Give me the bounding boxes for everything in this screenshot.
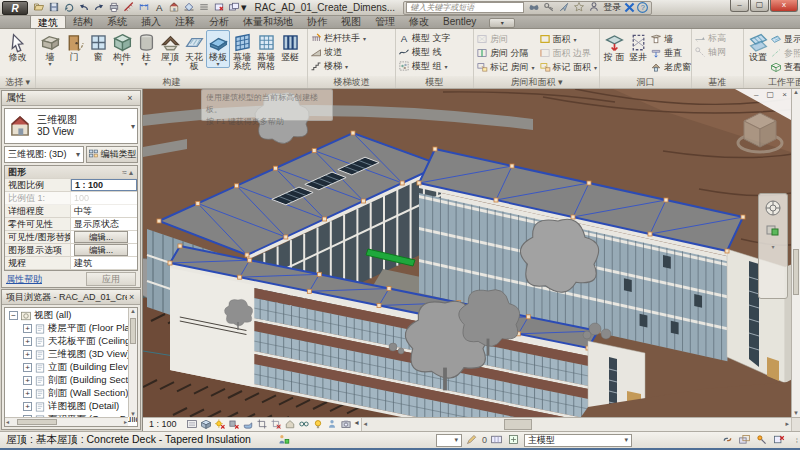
ribbon-button[interactable]: 竖梃 ▾ <box>278 30 302 63</box>
ribbon-tab[interactable]: 建筑 <box>30 15 66 28</box>
tree-item[interactable]: + 天花板平面 (Ceiling Plan) <box>7 335 137 348</box>
tree-item[interactable]: + 立面 (Building Elevation) <box>7 361 137 374</box>
pan-icon[interactable] <box>765 222 781 238</box>
shape-edit-point[interactable] <box>377 304 381 308</box>
qat-customize-icon[interactable]: ▾ <box>241 1 247 14</box>
view-control-icon[interactable] <box>297 418 311 431</box>
ribbon-tab[interactable]: 协作 <box>300 15 334 28</box>
shape-edit-point[interactable] <box>307 289 311 293</box>
ribbon-tab[interactable]: 视图 <box>334 15 368 28</box>
shape-edit-point[interactable] <box>157 219 161 223</box>
ribbon-tab[interactable]: 分析 <box>202 15 236 28</box>
ribbon-tab[interactable]: 修改 <box>402 15 436 28</box>
tree-item[interactable]: + 剖面 (Building Section) <box>7 374 137 387</box>
qat-icon[interactable] <box>182 1 196 14</box>
ribbon-button[interactable]: 参照 平面 <box>770 46 800 60</box>
panel-select-label[interactable]: 选择 ▾ <box>0 76 35 88</box>
ribbon-tab[interactable]: Bentley <box>436 15 483 28</box>
help-icon[interactable]: ? <box>636 1 649 14</box>
shape-edit-point[interactable] <box>235 184 239 188</box>
properties-help-link[interactable]: 属性帮助 <box>6 273 42 286</box>
ribbon-tab[interactable]: 系统 <box>100 15 134 28</box>
ribbon-button[interactable]: 楼板 ▾ <box>206 30 230 68</box>
type-selector[interactable]: 三维视图 3D View ▾ <box>4 108 138 144</box>
view-control-icon[interactable] <box>311 418 325 431</box>
ribbon-button[interactable]: 老虎窗 <box>650 60 691 74</box>
shape-edit-point[interactable] <box>168 261 172 265</box>
browser-vertical-scrollbar[interactable]: ▲▼ <box>128 308 137 417</box>
project-browser-close-icon[interactable]: × <box>127 292 136 302</box>
ribbon-button[interactable]: 模型 线▾ <box>398 45 448 59</box>
instance-combobox[interactable]: 三维视图: (3D)▾ <box>4 146 84 163</box>
model-canvas[interactable] <box>143 89 800 417</box>
shape-edit-point[interactable] <box>725 249 729 253</box>
ribbon-button[interactable]: 标记 面积▾ <box>539 60 598 74</box>
ribbon-collapse-icon[interactable]: ▾ <box>489 18 515 28</box>
application-menu-button[interactable]: R <box>2 1 28 15</box>
shape-edit-point[interactable] <box>323 217 327 221</box>
ribbon-button[interactable]: 墙 <box>650 32 691 46</box>
design-option-combobox[interactable]: 主模型▾ <box>524 434 632 447</box>
ribbon-button[interactable]: 门 ▾ <box>62 30 86 63</box>
view-control-icon[interactable] <box>283 418 297 431</box>
property-row[interactable]: 视图比例 1 : 100 <box>5 179 137 192</box>
select-pinned-icon[interactable] <box>755 433 769 447</box>
view-control-icon[interactable] <box>213 418 227 431</box>
qat-icon[interactable] <box>107 1 121 14</box>
ribbon-tab[interactable]: 体量和场地 <box>236 15 300 28</box>
view-control-icon[interactable] <box>339 418 353 431</box>
shape-edit-point[interactable] <box>317 272 321 276</box>
exchange-apps-icon[interactable] <box>623 1 636 14</box>
ribbon-button[interactable]: 窗 ▾ <box>86 30 110 63</box>
workset-combobox[interactable]: ▾ <box>436 434 462 447</box>
shape-edit-point[interactable] <box>526 315 530 319</box>
tree-item[interactable]: + 楼层平面 (Floor Plan) <box>7 322 137 335</box>
infocenter-icon[interactable] <box>543 1 556 14</box>
ribbon-button[interactable]: 竖井 <box>626 30 650 63</box>
ribbon-button[interactable]: 构件 ▾ <box>110 30 134 68</box>
select-exclude-icon[interactable] <box>772 433 786 447</box>
properties-section-graphics[interactable]: 图形≈ ▴ <box>5 166 137 179</box>
drawing-area[interactable]: 使用建筑模型的当前标高创建楼板。 按 F1 键获得更多帮助 – ▢ × <box>143 89 800 431</box>
infocenter-icon[interactable] <box>528 1 541 14</box>
modify-button[interactable]: 修改 <box>3 30 33 63</box>
shape-edit-point[interactable] <box>510 164 514 168</box>
shape-edit-point[interactable] <box>417 181 421 185</box>
shape-edit-point[interactable] <box>351 131 355 135</box>
ribbon-button[interactable]: 幕墙 系统 ▾ <box>230 30 254 72</box>
ribbon-button[interactable]: 模型 组▾ <box>398 59 448 73</box>
apply-button[interactable]: 应用 <box>86 272 136 286</box>
qat-icon[interactable] <box>32 1 46 14</box>
qat-icon[interactable] <box>197 1 211 14</box>
close-button[interactable]: x <box>770 0 798 12</box>
ribbon-button[interactable]: 查看器 <box>770 60 800 74</box>
tree-item[interactable]: + 三维视图 (3D View) <box>7 348 137 361</box>
shape-edit-point[interactable] <box>741 215 745 219</box>
qat-icon[interactable] <box>212 1 226 14</box>
workset-toggle-icon[interactable] <box>490 433 504 447</box>
canvas-horizontal-scrollbar[interactable]: ◂▸ <box>361 418 791 431</box>
shape-edit-point[interactable] <box>245 253 249 257</box>
property-row[interactable]: 可见性/图形替换 编辑... <box>5 231 137 244</box>
ribbon-button[interactable]: 面积▾ <box>539 32 598 46</box>
bush[interactable] <box>389 343 397 351</box>
ribbon-button[interactable]: 轴网 <box>694 45 726 59</box>
ribbon-button[interactable]: 坡道▾ <box>310 45 348 59</box>
tree-item[interactable]: + 详图视图 (Detail) <box>7 400 137 413</box>
type-selector-dropdown-icon[interactable]: ▾ <box>131 122 135 131</box>
ribbon-button[interactable]: 按 面 <box>602 30 626 63</box>
search-input[interactable]: 键入关键字或短语 <box>406 2 524 13</box>
shape-edit-point[interactable] <box>196 201 200 205</box>
shape-edit-point[interactable] <box>400 181 404 185</box>
bush[interactable] <box>601 329 611 339</box>
view-control-icon[interactable] <box>255 418 269 431</box>
bush[interactable] <box>398 348 404 354</box>
shape-edit-point[interactable] <box>312 149 316 153</box>
shape-edit-point[interactable] <box>433 147 437 151</box>
shape-edit-point[interactable] <box>648 232 652 236</box>
ribbon-button[interactable]: A 模型 文字▾ <box>398 31 457 45</box>
qat-icon[interactable] <box>167 1 181 14</box>
property-row[interactable]: 详细程度 中等 <box>5 205 137 218</box>
view-control-icon[interactable] <box>325 418 339 431</box>
shape-edit-point[interactable] <box>361 199 365 203</box>
